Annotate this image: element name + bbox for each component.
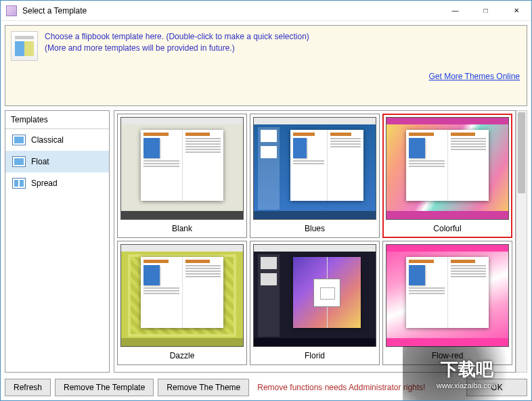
sidebar-item-float[interactable]: Float — [5, 151, 109, 172]
template-thumb — [120, 117, 244, 220]
template-thumb — [253, 244, 376, 347]
info-text: Choose a flipbook template here. (Double… — [45, 31, 309, 54]
app-icon — [6, 5, 17, 16]
get-more-themes-link[interactable]: Get More Themes Online — [428, 72, 520, 81]
info-line2: (More and more templates will be provide… — [45, 43, 309, 54]
remove-template-button[interactable]: Remove The Template — [55, 379, 154, 396]
scrollbar-thumb[interactable] — [518, 112, 525, 193]
sidebar-item-spread[interactable]: Spread — [5, 172, 109, 194]
info-panel: Choose a flipbook template here. (Double… — [5, 25, 527, 106]
template-gallery: Blank Blues — [114, 110, 516, 373]
window-controls: — □ ✕ — [440, 1, 531, 20]
template-item-blank[interactable]: Blank — [117, 114, 247, 238]
template-grid: Blank Blues — [117, 114, 512, 365]
sidebar-title: Templates — [5, 111, 109, 129]
template-label: Dazzle — [120, 347, 244, 362]
template-label: Flow-red — [386, 347, 509, 362]
template-label: Colorful — [386, 220, 509, 235]
template-doc-icon — [11, 31, 38, 61]
titlebar: Select a Template — □ ✕ — [1, 1, 531, 21]
spread-icon — [12, 178, 26, 189]
template-thumb — [386, 244, 509, 347]
template-item-dazzle[interactable]: Dazzle — [117, 241, 247, 365]
remove-theme-button[interactable]: Remove The Theme — [158, 379, 249, 396]
templates-sidebar: Templates Classical Float Spread — [5, 110, 110, 373]
template-label: Blues — [253, 220, 376, 235]
footer: Refresh Remove The Template Remove The T… — [5, 379, 527, 396]
sidebar-item-label: Spread — [31, 179, 58, 188]
info-line1: Choose a flipbook template here. (Double… — [45, 31, 309, 43]
template-thumb — [120, 244, 244, 347]
template-label: Florid — [253, 347, 376, 362]
template-label: Blank — [120, 220, 244, 235]
close-button[interactable]: ✕ — [501, 1, 531, 20]
float-icon — [12, 156, 26, 167]
sidebar-item-label: Float — [31, 157, 49, 166]
gallery-scrollbar[interactable] — [516, 110, 527, 373]
template-item-florid[interactable]: Florid — [250, 241, 380, 365]
template-thumb — [386, 117, 509, 220]
template-thumb — [253, 117, 376, 220]
minimize-button[interactable]: — — [440, 1, 470, 20]
template-item-blues[interactable]: Blues — [250, 114, 380, 238]
sidebar-item-classical[interactable]: Classical — [5, 129, 109, 151]
sidebar-item-label: Classical — [31, 135, 64, 145]
gallery-wrap: Blank Blues — [114, 110, 527, 373]
main-area: Templates Classical Float Spread — [5, 110, 527, 373]
classical-icon — [12, 135, 26, 145]
admin-warning: Remove functions needs Addministrator ri… — [257, 383, 425, 392]
maximize-button[interactable]: □ — [470, 1, 501, 20]
template-item-flow-red[interactable]: Flow-red — [382, 241, 512, 365]
template-item-colorful[interactable]: Colorful — [382, 114, 512, 238]
refresh-button[interactable]: Refresh — [5, 379, 51, 396]
ok-button[interactable]: OK — [466, 379, 527, 396]
window-title: Select a Template — [22, 6, 440, 16]
